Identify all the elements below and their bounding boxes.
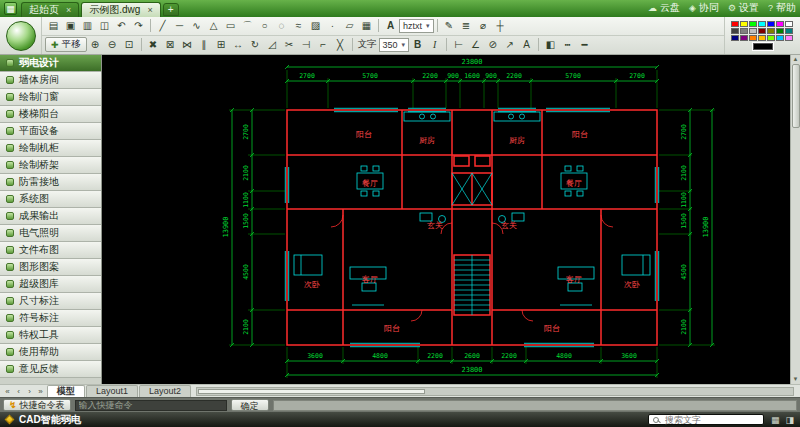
color-swatch[interactable] (731, 28, 739, 34)
drawing-canvas[interactable]: 23800 2700 5700 2200 900 1600 900 2200 5… (102, 55, 800, 384)
panel-status-icon[interactable]: ◨ (785, 415, 794, 425)
layer-manager-icon[interactable]: ≣ (458, 18, 475, 33)
bold-button[interactable]: B (409, 37, 426, 52)
color-swatch[interactable] (749, 35, 757, 41)
move-icon[interactable]: ↔ (230, 37, 247, 52)
linear-dimension-icon[interactable]: ⊢ (450, 37, 467, 52)
sidebar-item[interactable]: 图形图案 (0, 259, 101, 276)
italic-button[interactable]: I (426, 37, 443, 52)
copy-icon[interactable]: ⊠ (162, 37, 179, 52)
offset-icon[interactable]: ∥ (196, 37, 213, 52)
sidebar-item[interactable]: 超级图库 (0, 276, 101, 293)
layout-nav-icon[interactable]: » (35, 386, 46, 397)
zoom-in-icon[interactable]: ⊕ (87, 37, 104, 52)
color-swatch[interactable] (776, 35, 784, 41)
scroll-down-icon[interactable]: ▼ (793, 376, 799, 383)
trim-icon[interactable]: ✂ (281, 37, 298, 52)
zoom-out-icon[interactable]: ⊖ (104, 37, 121, 52)
rectangle-icon[interactable]: ▭ (222, 18, 239, 33)
scroll-up-icon[interactable]: ▲ (793, 56, 799, 63)
search-box[interactable] (648, 414, 764, 425)
revision-cloud-icon[interactable]: ◌ (273, 18, 290, 33)
sidebar-item[interactable]: 墙体房间 (0, 72, 101, 89)
scrollbar-thumb[interactable] (792, 64, 800, 128)
save-as-icon[interactable]: ▥ (79, 18, 96, 33)
print-icon[interactable]: ◫ (96, 18, 113, 33)
construction-line-icon[interactable]: ─ (171, 18, 188, 33)
scrollbar-thumb[interactable] (198, 389, 424, 394)
collaborate-button[interactable]: ◈ 协同 (689, 1, 719, 15)
sidebar-item[interactable]: 平面设备 (0, 123, 101, 140)
tab-drawing[interactable]: 示例图.dwg × (81, 2, 160, 17)
tab-close-icon[interactable]: × (147, 6, 152, 15)
scale-icon[interactable]: ◿ (264, 37, 281, 52)
color-swatch[interactable] (758, 28, 766, 34)
circle-icon[interactable]: ○ (256, 18, 273, 33)
search-input[interactable] (663, 414, 759, 426)
sidebar-item[interactable]: 特权工具 (0, 327, 101, 344)
vertical-scrollbar[interactable]: ▲ ▼ (790, 55, 800, 384)
sidebar-item[interactable]: 系统图 (0, 191, 101, 208)
font-size-select[interactable]: 350 ▾ (379, 38, 410, 52)
color-swatch[interactable] (767, 28, 775, 34)
sidebar-item[interactable]: 绘制桥架 (0, 157, 101, 174)
arc-icon[interactable]: ⌒ (239, 18, 256, 33)
sidebar-item[interactable]: 绘制机柜 (0, 140, 101, 157)
color-swatch[interactable] (740, 28, 748, 34)
color-swatch[interactable] (758, 21, 766, 27)
text-style-icon[interactable]: A (382, 18, 399, 33)
color-swatch[interactable] (767, 35, 775, 41)
polygon-icon[interactable]: △ (205, 18, 222, 33)
layout-tab[interactable]: 模型 (47, 385, 85, 397)
pan-button[interactable]: ✚ 平移 (45, 37, 87, 52)
color-swatch[interactable] (767, 21, 775, 27)
fillet-icon[interactable]: ⌐ (315, 37, 332, 52)
sidebar-item[interactable]: 防雷接地 (0, 174, 101, 191)
block-icon[interactable]: ▱ (341, 18, 358, 33)
color-swatch[interactable] (749, 28, 757, 34)
color-swatch[interactable] (785, 35, 793, 41)
app-menu-button[interactable] (0, 17, 42, 54)
color-swatch[interactable] (758, 35, 766, 41)
quick-command-input[interactable] (75, 400, 227, 411)
sidebar-item[interactable]: 弱电设计 (0, 55, 101, 72)
erase-icon[interactable]: ✖ (145, 37, 162, 52)
match-properties-icon[interactable]: ✎ (441, 18, 458, 33)
layout-tab[interactable]: Layout1 (86, 385, 138, 397)
polyline-icon[interactable]: ∿ (188, 18, 205, 33)
linetype-icon[interactable]: ┅ (559, 37, 576, 52)
leader-icon[interactable]: ↗ (501, 37, 518, 52)
settings-button[interactable]: ⚙ 设置 (728, 1, 759, 15)
hatch-icon[interactable]: ▨ (307, 18, 324, 33)
angular-dimension-icon[interactable]: ∠ (467, 37, 484, 52)
app-icon[interactable]: ▦ (4, 2, 17, 15)
sidebar-item[interactable]: 尺寸标注 (0, 293, 101, 310)
tab-start-page[interactable]: 起始页 × (21, 2, 79, 17)
command-line-input[interactable] (273, 400, 797, 411)
sidebar-item[interactable]: 楼梯阳台 (0, 106, 101, 123)
point-icon[interactable]: ∙ (324, 18, 341, 33)
sidebar-item[interactable]: 绘制门窗 (0, 89, 101, 106)
extend-icon[interactable]: ⊣ (298, 37, 315, 52)
color-swatch[interactable] (776, 28, 784, 34)
redo-icon[interactable]: ↷ (130, 18, 147, 33)
sidebar-item[interactable]: 使用帮助 (0, 344, 101, 361)
color-swatch[interactable] (740, 35, 748, 41)
lineweight-icon[interactable]: ━ (576, 37, 593, 52)
horizontal-scrollbar[interactable] (196, 387, 794, 396)
radius-dimension-icon[interactable]: ⊘ (484, 37, 501, 52)
explode-icon[interactable]: ╳ (332, 37, 349, 52)
current-color-swatch[interactable] (753, 43, 773, 50)
tab-close-icon[interactable]: × (66, 6, 71, 15)
line-icon[interactable]: ╱ (154, 18, 171, 33)
osnap-icon[interactable]: ┼ (492, 18, 509, 33)
grid-status-icon[interactable]: ▦ (771, 415, 780, 425)
layout-nav-icon[interactable]: ‹ (13, 386, 24, 397)
ok-button[interactable]: 确定 (231, 399, 269, 411)
undo-icon[interactable]: ↶ (113, 18, 130, 33)
layout-nav-icon[interactable]: « (2, 386, 13, 397)
color-swatch[interactable] (740, 21, 748, 27)
new-tab-button[interactable]: + (163, 3, 179, 16)
zoom-extents-icon[interactable]: ⊡ (121, 37, 138, 52)
array-icon[interactable]: ⊞ (213, 37, 230, 52)
